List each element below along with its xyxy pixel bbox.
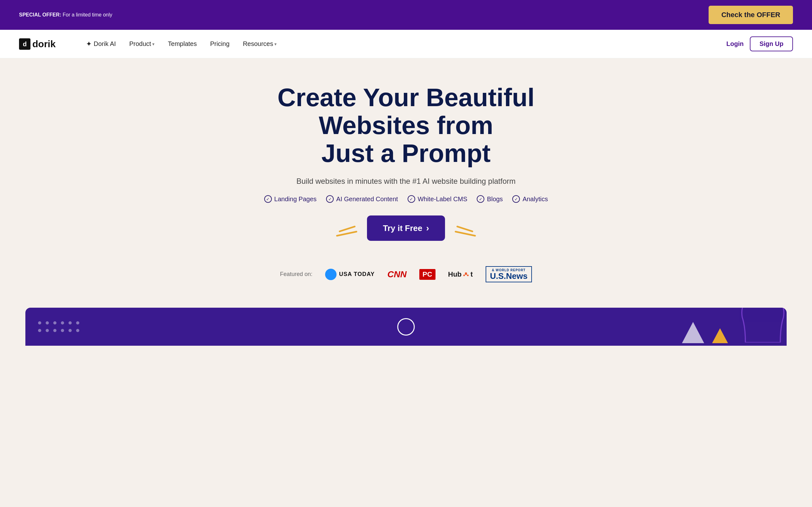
cnn-logo: CNN [387, 269, 407, 279]
swish-decoration-right [455, 228, 476, 234]
usa-today-text: USA TODAY [339, 271, 374, 278]
featured-label: Featured on: [280, 271, 312, 278]
arrow-icon: › [426, 223, 429, 233]
hubspot-logo: Hub t [448, 270, 473, 279]
resources-chevron-icon: ▾ [274, 42, 276, 47]
nav-links: ✦ Dorik AI Product ▾ Templates Pricing R… [81, 38, 726, 51]
nav-pricing[interactable]: Pricing [205, 38, 235, 50]
hero-title: Create Your Beautiful Websites from Just… [232, 83, 580, 167]
usnews-logo: & WORLD REPORT U.S.News [486, 266, 532, 282]
try-free-button[interactable]: Try it Free › [367, 216, 445, 241]
feature-landing-pages: ✓ Landing Pages [264, 195, 316, 203]
triangle-white-icon [680, 320, 706, 346]
signup-button[interactable]: Sign Up [750, 37, 793, 51]
dot [53, 321, 56, 325]
svg-text:d: d [23, 41, 27, 48]
hero-subtitle: Build websites in minutes with the #1 AI… [13, 177, 799, 186]
preview-strip [26, 308, 786, 346]
center-circle-icon [397, 318, 415, 336]
hero-features: ✓ Landing Pages ✓ AI Generated Content ✓… [13, 195, 799, 203]
dot [68, 329, 72, 332]
triangle-gold-icon [711, 327, 729, 346]
usa-circle-icon [325, 269, 337, 280]
dot [46, 329, 49, 332]
check-icon-whitelabel: ✓ [408, 195, 415, 203]
preview-center-circle [397, 318, 415, 336]
feature-whitelabel: ✓ White-Label CMS [408, 195, 467, 203]
preview-strip-wrapper [0, 308, 812, 346]
feature-label-blogs: Blogs [487, 195, 503, 203]
featured-section: Featured on: USA TODAY CNN PC Hub [13, 260, 799, 295]
feature-label-whitelabel: White-Label CMS [418, 195, 467, 203]
dot [61, 329, 64, 332]
sparkle-icon: ✦ [86, 40, 92, 48]
featured-logos: USA TODAY CNN PC Hub t & WORLD [325, 266, 532, 282]
dot [46, 321, 49, 325]
dot [76, 321, 79, 325]
hubspot-text2: t [470, 270, 473, 279]
check-icon-ai: ✓ [326, 195, 334, 203]
svg-marker-7 [682, 322, 704, 343]
feature-ai-content: ✓ AI Generated Content [326, 195, 398, 203]
svg-marker-8 [712, 328, 728, 343]
usnews-text: U.S.News [490, 272, 528, 280]
feature-blogs: ✓ Blogs [477, 195, 503, 203]
mascot-icon [739, 308, 786, 343]
hubspot-icon [462, 271, 469, 278]
nav-templates[interactable]: Templates [163, 38, 202, 50]
nav-actions: Login Sign Up [726, 37, 793, 51]
check-icon-blogs: ✓ [477, 195, 484, 203]
svg-point-2 [465, 272, 467, 274]
check-offer-button[interactable]: Check the OFFER [709, 6, 793, 24]
nav-dorik-ai[interactable]: ✦ Dorik AI [81, 38, 121, 51]
nav-templates-label: Templates [168, 40, 197, 48]
preview-dots-grid [38, 321, 79, 332]
login-button[interactable]: Login [726, 40, 744, 48]
check-icon-landing: ✓ [264, 195, 272, 203]
hero-title-line1: Create Your Beautiful Websites from [277, 83, 535, 139]
nav-product-label: Product [129, 40, 151, 48]
dot [76, 329, 79, 332]
dot [53, 329, 56, 332]
hero-section: Create Your Beautiful Websites from Just… [0, 58, 812, 308]
check-icon-analytics: ✓ [512, 195, 520, 203]
banner-bold: SPECIAL OFFER: [19, 12, 61, 17]
feature-analytics: ✓ Analytics [512, 195, 548, 203]
banner-text: SPECIAL OFFER: For a limited time only [19, 12, 112, 18]
nav-pricing-label: Pricing [210, 40, 229, 48]
nav-product[interactable]: Product ▾ [124, 38, 159, 50]
hero-title-line2: Just a Prompt [321, 139, 490, 167]
dot [38, 329, 41, 332]
top-banner: SPECIAL OFFER: For a limited time only C… [0, 0, 812, 30]
feature-label-analytics: Analytics [522, 195, 548, 203]
swish-decoration-left [336, 228, 357, 234]
logo[interactable]: d dorik [19, 38, 55, 50]
nav-resources[interactable]: Resources ▾ [238, 38, 282, 50]
preview-triangles [680, 320, 729, 346]
nav-ai-label: Dorik AI [94, 40, 116, 48]
cta-container: Try it Free › [13, 216, 799, 241]
logo-icon: d [19, 38, 31, 50]
usa-today-logo: USA TODAY [325, 269, 374, 280]
navbar: d dorik ✦ Dorik AI Product ▾ Templates P… [0, 30, 812, 58]
logo-text: dorik [32, 39, 55, 49]
hubspot-text: Hub [448, 270, 462, 279]
dot [68, 321, 72, 325]
feature-label-landing: Landing Pages [274, 195, 316, 203]
product-chevron-icon: ▾ [152, 42, 154, 47]
try-free-label: Try it Free [383, 223, 422, 233]
mascot-decoration [739, 308, 786, 344]
dot [38, 321, 41, 325]
feature-label-ai: AI Generated Content [336, 195, 398, 203]
pc-logo: PC [419, 269, 436, 280]
banner-regular-text: For a limited time only [63, 12, 113, 17]
dot [61, 321, 64, 325]
nav-resources-label: Resources [243, 40, 273, 48]
